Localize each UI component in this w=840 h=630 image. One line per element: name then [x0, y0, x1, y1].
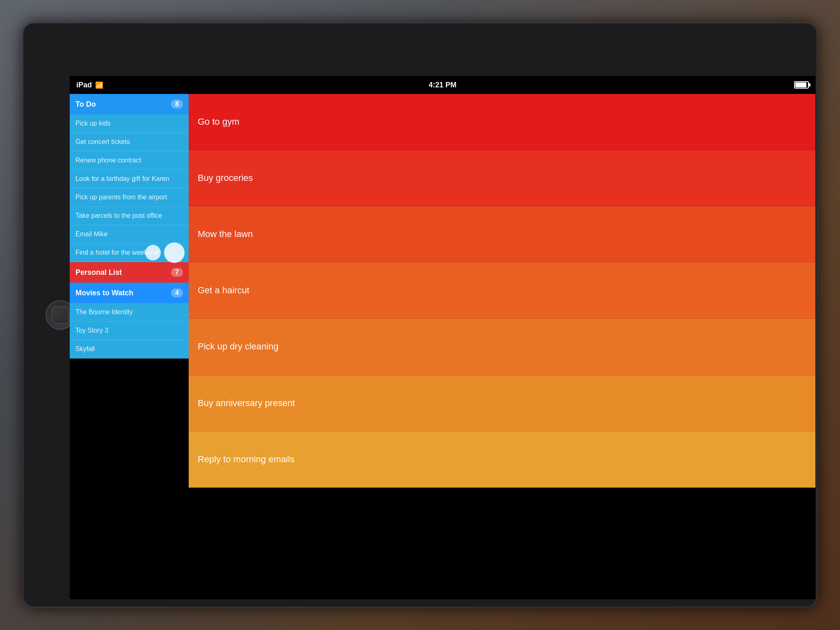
list-item[interactable]: Email Mike — [70, 225, 189, 244]
list-item[interactable]: The Bourne Identity — [70, 303, 189, 322]
movies-list-label: Movies to Watch — [75, 289, 133, 297]
list-item[interactable]: Pick up parents from the airport — [70, 188, 189, 207]
drag-circle-2 — [164, 242, 185, 263]
status-bar: iPad 📶 4:21 PM — [70, 76, 815, 94]
task-text-0: Go to gym — [198, 116, 239, 127]
sidebar: To Do 8 Pick up kids Get concert tickets… — [70, 94, 189, 599]
task-row-1[interactable]: Buy groceries — [189, 150, 815, 206]
task-row-0[interactable]: Go to gym — [189, 94, 815, 150]
personal-list-header[interactable]: Personal List 7 — [70, 262, 189, 283]
main-pane: Go to gym Buy groceries Mow the lawn Get… — [189, 94, 815, 599]
empty-area — [189, 488, 815, 599]
list-item[interactable]: Look for a birthday gift for Karen — [70, 170, 189, 188]
device-label: iPad — [76, 81, 92, 89]
list-item[interactable]: Get concert tickets — [70, 133, 189, 151]
task-text-5: Buy anniversary present — [198, 398, 295, 409]
ipad-bezel: iPad 📶 4:21 PM To Do 8 — [23, 23, 817, 607]
task-text-2: Mow the lawn — [198, 229, 253, 240]
task-text-4: Pick up dry cleaning — [198, 341, 278, 352]
task-row-2[interactable]: Mow the lawn — [189, 206, 815, 262]
list-item[interactable]: Take parcels to the post office — [70, 207, 189, 225]
battery-icon — [794, 81, 809, 89]
movies-list-header[interactable]: Movies to Watch 4 — [70, 283, 189, 303]
drag-handles — [145, 242, 185, 263]
list-item[interactable]: Pick up kids — [70, 114, 189, 133]
personal-list-label: Personal List — [75, 268, 122, 277]
task-row-5[interactable]: Buy anniversary present — [189, 375, 815, 431]
task-row-4[interactable]: Pick up dry cleaning — [189, 319, 815, 375]
ipad-frame: iPad 📶 4:21 PM To Do 8 — [0, 0, 840, 630]
list-item[interactable]: Find a hotel for the weekend — [70, 244, 189, 262]
list-item[interactable]: Skyfall — [70, 340, 189, 358]
todo-items-container: Pick up kids Get concert tickets Renew p… — [70, 114, 189, 262]
personal-list-badge: 7 — [171, 268, 183, 277]
task-row-3[interactable]: Get a haircut — [189, 262, 815, 319]
task-row-6[interactable]: Reply to morning emails — [189, 431, 815, 488]
app-content: To Do 8 Pick up kids Get concert tickets… — [70, 94, 815, 599]
battery-fill — [795, 82, 806, 87]
wifi-icon: 📶 — [95, 81, 103, 89]
drag-circle-1 — [145, 245, 161, 260]
todo-list-label: To Do — [75, 100, 96, 109]
task-text-1: Buy groceries — [198, 173, 253, 183]
list-item[interactable]: Toy Story 3 — [70, 322, 189, 340]
movies-items-container: The Bourne Identity Toy Story 3 Skyfall — [70, 303, 189, 358]
task-text-3: Get a haircut — [198, 285, 249, 296]
screen: iPad 📶 4:21 PM To Do 8 — [70, 76, 815, 599]
task-text-6: Reply to morning emails — [198, 454, 294, 465]
status-left: iPad 📶 — [76, 81, 103, 89]
status-time: 4:21 PM — [429, 81, 457, 89]
status-right — [794, 81, 809, 89]
todo-list-header[interactable]: To Do 8 — [70, 94, 189, 114]
list-item[interactable]: Renew phone contract — [70, 151, 189, 170]
home-button-inner — [52, 306, 69, 324]
todo-list-badge: 8 — [171, 100, 183, 109]
movies-list-badge: 4 — [171, 288, 183, 297]
